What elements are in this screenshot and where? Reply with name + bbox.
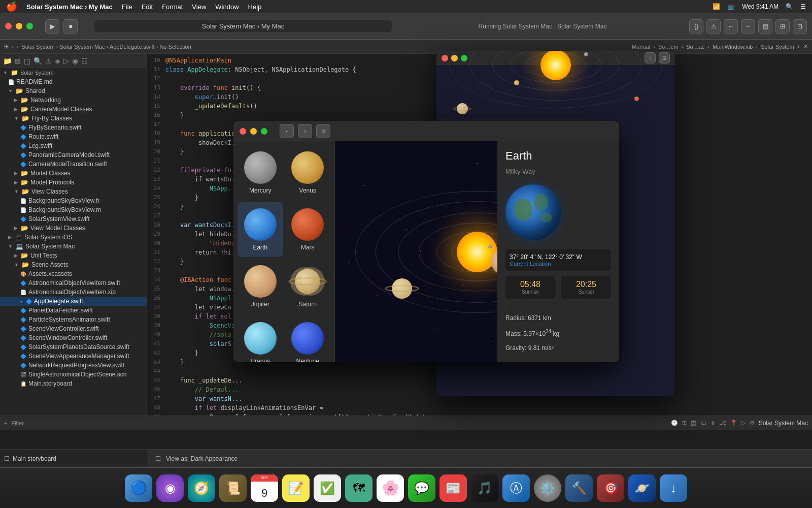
- tree-storyboard[interactable]: 📋 Main.storyboard: [0, 379, 147, 388]
- checkbox-icon[interactable]: ☐: [4, 455, 10, 462]
- ps-back[interactable]: ‹: [280, 124, 294, 138]
- img-btn[interactable]: 🖼: [691, 420, 696, 426]
- current-location-btn[interactable]: Current Location: [510, 261, 607, 267]
- dock-safari[interactable]: 🧭: [188, 474, 215, 502]
- class-icon[interactable]: ◫: [24, 57, 30, 65]
- dock-music[interactable]: 🎵: [471, 474, 498, 502]
- test-icon[interactable]: ◈: [55, 57, 60, 65]
- planet-cell-earth[interactable]: Earth: [238, 202, 283, 257]
- planet-cell-uranus[interactable]: Uranus: [238, 316, 283, 362]
- planet-cell-neptune[interactable]: Neptune: [285, 316, 331, 362]
- vcs-icon[interactable]: ⊠: [15, 57, 21, 65]
- pause-btn[interactable]: ⏸: [710, 420, 716, 426]
- tree-bg-sky-m[interactable]: 📄 BackgroundSkyBoxView.m: [0, 205, 147, 214]
- dock-appstore[interactable]: Ⓐ: [502, 474, 530, 502]
- tree-readme[interactable]: 📄 README.md: [0, 77, 147, 86]
- dock-reminders[interactable]: ✅: [314, 474, 341, 502]
- dock-maps[interactable]: 🗺: [345, 474, 373, 502]
- dock-xcode[interactable]: 🔨: [565, 474, 593, 502]
- tree-model-classes[interactable]: ▶ 📂 Model Classes: [0, 169, 147, 178]
- nav-back[interactable]: ‹: [12, 44, 14, 50]
- tree-scene-assets[interactable]: ▼ 📂 Scene Assets: [0, 260, 147, 269]
- dock-xcode-old[interactable]: 📜: [219, 474, 247, 502]
- branch-btn[interactable]: ⎇: [720, 420, 726, 426]
- close-editor[interactable]: ✕: [803, 43, 808, 50]
- file-menu[interactable]: File: [122, 3, 132, 11]
- ps-forward[interactable]: ›: [298, 124, 312, 138]
- prev-icon[interactable]: ←: [724, 19, 738, 34]
- tree-flyby-scenario[interactable]: 🔷 FlyByScenario.swift: [0, 123, 147, 132]
- airplay-icon[interactable]: 📺: [727, 3, 735, 10]
- line-content-48[interactable]: if let displayLinkAnimationsEnVar =: [165, 403, 812, 412]
- tree-scene-vc[interactable]: 🔷 SceneViewController.swift: [0, 324, 147, 333]
- warning-tree[interactable]: ⚠: [45, 57, 52, 65]
- dock-messages[interactable]: 💬: [408, 474, 435, 502]
- so-em[interactable]: So…em: [658, 44, 679, 50]
- tree-route[interactable]: 🔷 Route.swift: [0, 132, 147, 141]
- dock-instruments[interactable]: 🎯: [597, 474, 624, 502]
- search-tree[interactable]: 🔍: [33, 57, 42, 65]
- tree-planet-fetcher[interactable]: 🔷 PlanetDataFetcher.swift: [0, 306, 147, 315]
- planet-cell-mercury[interactable]: Mercury: [238, 145, 283, 200]
- tree-appdelegate[interactable]: ● 🔷 AppDelegate.swift: [0, 297, 147, 306]
- mainwindow-xib[interactable]: MainWindow.xib: [713, 44, 753, 50]
- settings-btn[interactable]: ⚙: [750, 420, 755, 426]
- ps-layout[interactable]: ⊡: [316, 124, 330, 138]
- nav-forward[interactable]: ›: [17, 44, 19, 50]
- breakpoint-icon[interactable]: {}: [689, 19, 703, 34]
- next-icon[interactable]: →: [741, 19, 755, 34]
- tree-view-classes[interactable]: ▼ 📂 View Classes: [0, 187, 147, 196]
- minimize-button[interactable]: [16, 23, 22, 29]
- dock-news[interactable]: 📰: [439, 474, 467, 502]
- control-center-icon[interactable]: ☰: [800, 3, 806, 10]
- dock-solarsystem[interactable]: 🪐: [628, 474, 656, 502]
- maximize-button[interactable]: [26, 23, 33, 29]
- breakpoint-tree[interactable]: ◉: [72, 57, 78, 65]
- tree-unit-tests[interactable]: ▶ 📂 Unit Tests: [0, 251, 147, 260]
- checkbox-view[interactable]: ☐: [155, 455, 161, 462]
- tree-root[interactable]: ▼ 📁 Solar System: [0, 68, 147, 77]
- tree-camera-model[interactable]: ▶ 📂 CameraModel Classes: [0, 105, 147, 114]
- planet-cell-venus[interactable]: Venus: [285, 145, 331, 200]
- layout-2[interactable]: ⊞: [775, 19, 790, 34]
- edit-menu[interactable]: Edit: [142, 3, 153, 11]
- tree-network-progress[interactable]: 🔷 NetworkRequestProgressView.swift: [0, 361, 147, 370]
- help-menu[interactable]: Help: [248, 3, 262, 11]
- tree-particle[interactable]: 🔷 ParticleSystemsAnimator.swift: [0, 315, 147, 324]
- dock-calendar[interactable]: SEP 9: [251, 474, 278, 502]
- run-button[interactable]: ▶: [45, 19, 59, 34]
- manual-mode[interactable]: Manual: [632, 44, 650, 50]
- add-file-btn[interactable]: +: [4, 420, 7, 426]
- tree-solar-view[interactable]: 🔷 SolarSystemView.swift: [0, 214, 147, 224]
- so-ac[interactable]: So…ac: [686, 44, 704, 50]
- tree-single-scene[interactable]: 🎬 SingleAstronomicalObjectScene.scn: [0, 370, 147, 379]
- folder-icon-btn[interactable]: 📁: [3, 57, 12, 65]
- planet-cell-jupiter[interactable]: Jupiter: [238, 259, 283, 314]
- tree-appearance[interactable]: 🔷 SceneViewAppearanceManager.swift: [0, 352, 147, 361]
- planet-cell-saturn[interactable]: Saturn: [285, 259, 331, 314]
- tree-leg[interactable]: 🔷 Leg.swift: [0, 141, 147, 150]
- warn-icon[interactable]: ⚠: [706, 19, 721, 34]
- tree-mac[interactable]: ▼ 💻 Solar System Mac: [0, 242, 147, 251]
- tree-model-proto[interactable]: ▶ 📂 Model Protocols: [0, 178, 147, 187]
- stop-button[interactable]: ■: [63, 19, 78, 34]
- tree-ios[interactable]: ▶ 📱 Solar System iOS: [0, 233, 147, 242]
- tree-networking[interactable]: ▶ 📂 Networking: [0, 96, 147, 105]
- tree-scene-wc[interactable]: 🔷 SceneWindowController.swift: [0, 333, 147, 342]
- planet-cell-mars[interactable]: Mars: [285, 202, 331, 257]
- apple-menu[interactable]: 🍎: [6, 1, 17, 12]
- debug-icon[interactable]: ▷: [63, 57, 69, 65]
- close-button[interactable]: [5, 23, 12, 29]
- dock-notes[interactable]: 📝: [282, 474, 310, 502]
- solar-system-br[interactable]: Solar System: [761, 44, 794, 50]
- tree-xcassets[interactable]: 🎨 Assets.xcassets: [0, 269, 147, 278]
- dock-sysprefs[interactable]: ⚙️: [534, 474, 561, 502]
- grid-btn[interactable]: ⊞: [682, 420, 687, 426]
- loc-btn[interactable]: 📍: [730, 420, 737, 426]
- tag-btn[interactable]: 🏷: [700, 420, 706, 426]
- ps-min[interactable]: [250, 128, 257, 135]
- test-btn[interactable]: ▷: [741, 420, 746, 426]
- tree-view-model[interactable]: ▶ 📂 View Model Classes: [0, 224, 147, 233]
- ps-max[interactable]: [261, 128, 267, 135]
- pw-close[interactable]: [442, 55, 448, 61]
